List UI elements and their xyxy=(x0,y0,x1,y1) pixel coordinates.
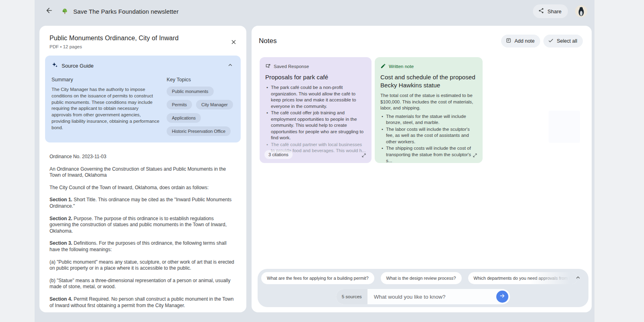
send-button[interactable] xyxy=(496,291,508,303)
add-note-label: Add note xyxy=(514,38,535,44)
chevron-up-icon xyxy=(227,62,233,70)
collapse-source-guide-button[interactable] xyxy=(225,61,235,70)
summary-text: The City Manager has the authority to im… xyxy=(52,87,159,131)
topic-chip[interactable]: Historic Preservation Office xyxy=(167,126,231,136)
fade-overlay xyxy=(529,272,578,284)
source-title: Public Monuments Ordinance, City of Inwa… xyxy=(50,35,237,42)
written-note-label: Written note xyxy=(389,64,414,69)
note-bullet: The café could offer job training and em… xyxy=(265,110,366,141)
chat-box: What are the fees for applying for a bui… xyxy=(258,269,588,307)
source-guide-card: Source Guide Summary The City Manager ha… xyxy=(45,56,241,142)
pencil-icon xyxy=(380,63,386,70)
suggested-questions: What are the fees for applying for a bui… xyxy=(261,272,585,284)
note-cards: Saved Response Proposals for park café T… xyxy=(252,47,592,163)
note-title: Cost and schedule of the proposed Becky … xyxy=(380,73,477,89)
collapse-suggestions-button[interactable] xyxy=(573,273,583,283)
summary-heading: Summary xyxy=(52,77,159,83)
topic-chip-list: Public monuments Permits City Manager Ap… xyxy=(167,87,235,136)
open-in-full-icon xyxy=(473,152,477,159)
topic-chip[interactable]: Permits xyxy=(167,100,192,109)
source-header: Public Monuments Ordinance, City of Inwa… xyxy=(39,26,246,54)
source-viewer-panel: Public Monuments Ordinance, City of Inwa… xyxy=(39,26,246,312)
open-in-full-icon xyxy=(361,152,366,159)
note-intro: The total cost of the statue is estimate… xyxy=(380,93,477,111)
document-paragraph: Section 2. Purpose. The purpose of this … xyxy=(50,216,235,235)
note-bullet: The shipping costs will include the cost… xyxy=(380,145,477,163)
share-button[interactable]: Share xyxy=(533,4,568,18)
suggested-question-chip[interactable]: What is the design review process? xyxy=(381,272,462,284)
notes-heading: Notes xyxy=(259,37,498,45)
add-note-button[interactable]: Add note xyxy=(501,35,540,47)
close-source-button[interactable] xyxy=(227,36,240,49)
topic-chip[interactable]: City Manager xyxy=(196,100,233,109)
expand-note-button[interactable] xyxy=(360,152,367,159)
note-bullets: The materials for the statue will includ… xyxy=(380,114,477,163)
expand-note-button[interactable] xyxy=(471,152,479,159)
ghost-highlight xyxy=(549,111,580,143)
close-icon xyxy=(230,39,237,47)
note-icon xyxy=(506,37,512,45)
notebook-title: Save The Parks Foundation newsletter xyxy=(73,8,179,15)
chevron-up-icon xyxy=(575,274,581,282)
document-paragraph: Section 1. Short Title. This ordinance m… xyxy=(50,197,235,209)
chat-input[interactable] xyxy=(367,294,496,300)
document-paragraph: The City Council of the Town of Inward, … xyxy=(50,185,235,191)
top-bar: Save The Parks Foundation newsletter Sha… xyxy=(35,0,594,23)
document-paragraph: Section 4. Permit Required. No person sh… xyxy=(50,296,235,309)
chat-input-bar: 5 sources xyxy=(336,289,510,304)
citations-badge: 3 citations xyxy=(264,150,293,159)
key-topics-heading: Key Topics xyxy=(167,77,235,83)
share-button-label: Share xyxy=(547,8,561,14)
document-paragraph: Ordinance No. 2023-11-03 xyxy=(50,154,235,160)
sparkle-icon xyxy=(52,62,58,70)
ghost-highlight xyxy=(549,72,579,104)
document-text: Ordinance No. 2023-11-03 An Ordinance Go… xyxy=(39,142,246,312)
user-avatar[interactable] xyxy=(575,5,587,17)
arrow-right-icon xyxy=(499,293,506,301)
source-meta: PDF • 12 pages xyxy=(50,44,237,49)
document-paragraph: (a) "Public monument" means any statue, … xyxy=(50,259,235,272)
note-title: Proposals for park café xyxy=(265,73,366,81)
select-all-button[interactable]: Select all xyxy=(543,35,583,47)
share-icon xyxy=(538,8,544,15)
note-bullet: The park café could be a non-profit orga… xyxy=(265,85,366,109)
saved-response-icon xyxy=(265,63,271,70)
topic-chip[interactable]: Applications xyxy=(167,113,201,123)
notes-panel: Notes Add note Select all xyxy=(252,26,592,312)
notebook-app: Save The Parks Foundation newsletter Sha… xyxy=(35,0,594,322)
document-paragraph: (b) "Statue" means a three-dimensional r… xyxy=(50,278,235,290)
notebook-emoji-tree-icon xyxy=(61,8,68,15)
arrow-left-icon xyxy=(45,6,53,16)
sources-count-chip[interactable]: 5 sources xyxy=(336,289,367,304)
note-bullet: The materials for the statue will includ… xyxy=(380,114,477,126)
back-button[interactable] xyxy=(43,5,56,18)
suggested-question-chip[interactable]: Which departments do you need approvals … xyxy=(468,272,578,284)
note-bullets: The park café could be a non-profit orga… xyxy=(265,85,366,154)
note-bullet: The labor costs will include the sculpto… xyxy=(380,126,477,145)
suggested-question-chip[interactable]: What are the fees for applying for a bui… xyxy=(261,272,374,284)
source-guide-label: Source Guide xyxy=(62,63,222,69)
select-all-label: Select all xyxy=(557,38,577,44)
document-paragraph: An Ordinance Governing the Construction … xyxy=(50,166,235,179)
check-icon xyxy=(548,37,554,45)
document-paragraph: Section 3. Definitions. For the purposes… xyxy=(50,240,235,253)
topic-chip[interactable]: Public monuments xyxy=(167,87,214,96)
saved-response-label: Saved Response xyxy=(274,64,309,69)
written-note-card[interactable]: Written note Cost and schedule of the pr… xyxy=(375,57,483,163)
saved-response-card[interactable]: Saved Response Proposals for park café T… xyxy=(260,57,372,163)
